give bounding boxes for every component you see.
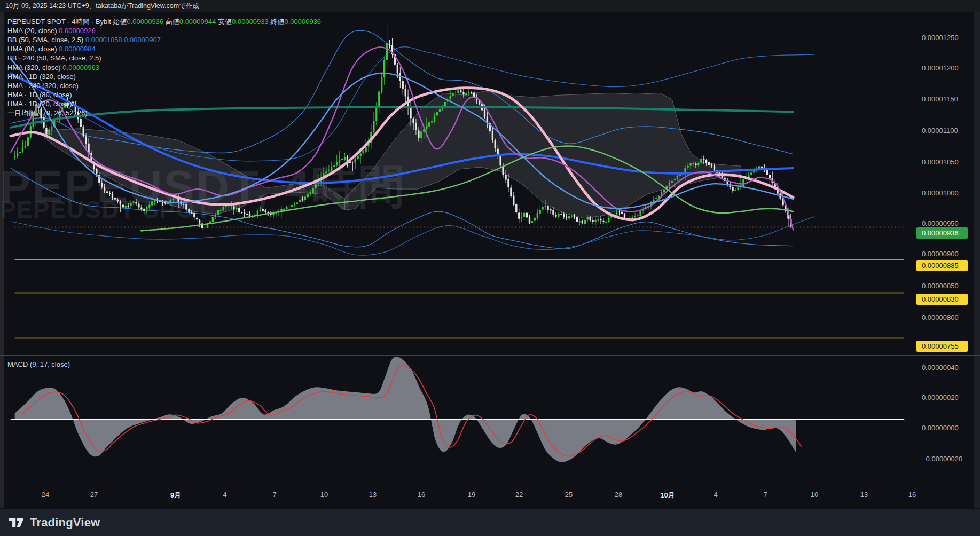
legend-row-0[interactable]: PEPEUSDT SPOT · 4時間 · Bybit 始値0.00000936… (7, 18, 321, 26)
time-label: 10月 (660, 491, 675, 500)
price-tick: 0.00000850 (922, 282, 959, 290)
legend-row-9[interactable]: HMA · 1D (20, close) (7, 100, 72, 108)
snapshot-header-text: 10月 09, 2025 14:23 UTC+9、takatabaがTradin… (5, 2, 199, 10)
alert-price-badge: 0.00000830 (916, 294, 968, 305)
legend-row-1[interactable]: HMA (20, close) 0.00000926 (7, 27, 96, 35)
macd-tick: 0.00000040 (922, 364, 959, 372)
tradingview-logo-icon[interactable] (9, 516, 25, 529)
alert-price-badge: 0.00000755 (916, 341, 968, 352)
time-label: 28 (615, 491, 622, 499)
legend-text: BB (50, SMA, close, 2.5) (7, 36, 85, 44)
legend-text: 0.00000936 (127, 18, 163, 26)
macd-tick: 0.00000020 (922, 393, 959, 401)
last-price-badge: 0.00000936 (916, 227, 968, 239)
legend-text: 0.00000926 (59, 27, 96, 35)
legend-row-3[interactable]: HMA (80, close) 0.00000984 (7, 45, 96, 53)
tradingview-snapshot: 10月 09, 2025 14:23 UTC+9、takatabaがTradin… (0, 0, 980, 536)
macd-histogram-area (15, 357, 796, 463)
time-label: 4 (223, 491, 226, 499)
legend-text: HMA · 1D (20, close) (7, 100, 72, 108)
chart-canvas[interactable] (0, 12, 915, 508)
time-label: 16 (418, 491, 425, 499)
time-label: 13 (369, 491, 377, 499)
legend-text: 0.00000944 (179, 18, 216, 26)
legend-text: 安値 (216, 18, 232, 26)
legend-text: HMA · 1D (80, close) (7, 91, 72, 99)
legend-text: PEPEUSDT SPOT · 4時間 · Bybit (7, 18, 111, 26)
price-tick: 0.00001200 (922, 64, 959, 72)
right-edge-strip (974, 12, 980, 508)
snapshot-header: 10月 09, 2025 14:23 UTC+9、takatabaがTradin… (0, 0, 980, 12)
legend-row-6[interactable]: HMA · 1D (320, close) (7, 73, 76, 81)
time-label: 16 (908, 491, 916, 499)
price-tick: 0.00001000 (922, 189, 959, 197)
price-tick: 0.00000950 (922, 219, 959, 227)
price-tick: 0.00000900 (922, 250, 959, 258)
time-label: 27 (90, 491, 98, 499)
legend-text: 一目均衡表 (9, 26, 52, 26) (7, 109, 88, 117)
legend-text: 0.00000984 (59, 45, 96, 53)
legend-text: 0.00001058 (85, 36, 122, 44)
legend-row-5[interactable]: HMA (320, close) 0.00000963 (7, 64, 99, 72)
legend-text: 0.00000933 (232, 18, 269, 26)
time-label: 19 (468, 491, 475, 499)
legend-row-7[interactable]: HMA · 240 (320, close) (7, 82, 79, 90)
legend-text: HMA (20, close) (7, 27, 59, 35)
legend-row-8[interactable]: HMA · 1D (80, close) (7, 91, 72, 99)
tradingview-brand[interactable]: TradingView (30, 516, 100, 530)
legend-text: 高値 (163, 18, 179, 26)
macd-legend[interactable]: MACD (9, 17, close) (7, 360, 70, 368)
legend-text: BB · 240 (50, SMA, close, 2.5) (7, 54, 101, 62)
time-label: 7 (763, 491, 767, 499)
macd-tick: 0.00000000 (922, 424, 959, 432)
time-label: 4 (714, 491, 717, 499)
time-label: 10 (811, 491, 818, 499)
time-label: 10 (320, 491, 328, 499)
legend-text: HMA · 1D (320, close) (7, 73, 76, 81)
legend-row-2[interactable]: BB (50, SMA, close, 2.5) 0.00001058 0.00… (7, 36, 161, 44)
legend-text: HMA · 240 (320, close) (7, 82, 79, 90)
price-tick: 0.00000800 (922, 313, 959, 321)
time-label: 9月 (170, 491, 181, 500)
legend-text: HMA (320, close) (7, 64, 62, 72)
price-axis[interactable]: 0.000012500.000012000.000011500.00001100… (915, 12, 974, 508)
legend-text: 終値 (269, 18, 285, 26)
legend-text: 0.00000907 (122, 36, 161, 44)
alert-price-badge: 0.00000885 (916, 260, 968, 271)
time-label: 24 (42, 491, 49, 499)
price-tick: 0.00001100 (922, 127, 958, 135)
legend-row-4[interactable]: BB · 240 (50, SMA, close, 2.5) (7, 54, 101, 62)
price-tick: 0.00001150 (922, 95, 958, 103)
time-label: 13 (860, 491, 868, 499)
time-label: 25 (565, 491, 573, 499)
legend-text: 0.00000936 (284, 18, 321, 26)
time-label: 22 (515, 491, 523, 499)
legend-text: 始値 (111, 18, 127, 26)
time-label: 7 (272, 491, 276, 499)
legend-text: HMA (80, close) (7, 45, 59, 53)
time-axis[interactable]: 24279月471013161922252810月47101316 (0, 485, 980, 508)
price-tick: 0.00001250 (922, 34, 959, 42)
footer-bar: TradingView (0, 509, 980, 536)
bb240-lower (11, 217, 814, 255)
legend-row-10[interactable]: 一目均衡表 (9, 26, 52, 26) (7, 109, 88, 117)
legend-text: 0.00000963 (62, 64, 99, 72)
macd-tick: −0.00000020 (922, 455, 962, 463)
price-tick: 0.00001050 (922, 158, 959, 166)
